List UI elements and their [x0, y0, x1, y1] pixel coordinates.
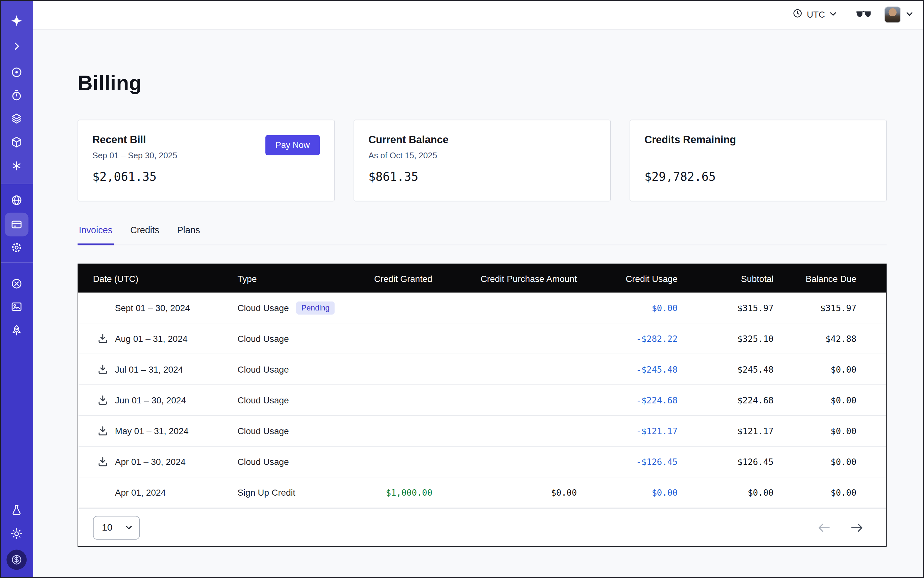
logo-icon [0, 15, 33, 27]
sun-icon[interactable] [0, 528, 33, 539]
chevron-down-icon [829, 9, 837, 20]
invoice-date: May 01 – 31, 2024 [115, 426, 189, 436]
credit-purchase-value: $0.00 [432, 477, 577, 508]
subtotal-value: $315.97 [678, 292, 773, 323]
invoice-table: Date (UTC) Type Credit Granted Credit Pu… [78, 264, 887, 547]
card-subtitle [644, 150, 872, 161]
flask-icon[interactable] [0, 504, 33, 516]
card-title: Credits Remaining [644, 133, 736, 146]
balance-due-value: $0.00 [773, 477, 887, 508]
table-footer: 10 [78, 508, 886, 546]
prev-page-button[interactable] [817, 522, 830, 533]
credit-purchase-value [432, 446, 577, 477]
credit-usage-value: -$282.22 [577, 323, 678, 353]
topbar: UTC [33, 0, 924, 29]
subtotal-value: $325.10 [678, 323, 773, 353]
download-invoice-button[interactable] [96, 394, 109, 406]
gear-icon[interactable] [0, 242, 33, 253]
next-page-button[interactable] [851, 522, 864, 533]
invoice-date: Jul 01 – 31, 2024 [115, 364, 183, 374]
avatar[interactable] [884, 6, 901, 23]
subtotal-value: $224.68 [678, 385, 773, 415]
clock-icon [792, 8, 802, 21]
balance-due-value: $42.88 [773, 323, 887, 353]
invoice-date: Sept 01 – 30, 2024 [115, 303, 190, 313]
invoice-type: Cloud Usage [237, 426, 289, 436]
card-subtitle: As of Oct 15, 2025 [369, 150, 596, 161]
col-type: Type [222, 264, 341, 293]
invoice-type: Cloud Usage [237, 364, 289, 374]
credit-granted-value [341, 323, 432, 353]
main-content: Billing Recent Bill Pay Now Sep 01 – Sep… [33, 29, 924, 578]
timer-icon[interactable] [0, 89, 33, 101]
subtotal-value: $126.45 [678, 446, 773, 477]
download-invoice-button[interactable] [96, 456, 109, 468]
pending-badge: Pending [296, 301, 335, 314]
credit-granted-value [341, 446, 432, 477]
dollar-circle-icon[interactable] [6, 550, 27, 570]
credit-usage-value: -$224.68 [577, 385, 678, 415]
summary-cards: Recent Bill Pay Now Sep 01 – Sep 30, 202… [78, 120, 887, 201]
images-icon[interactable] [0, 301, 33, 313]
circle-x-icon[interactable] [0, 278, 33, 290]
credit-granted-value [341, 354, 432, 385]
asterisk-icon[interactable] [0, 160, 33, 172]
subtotal-value: $0.00 [678, 477, 773, 508]
tab-invoices[interactable]: Invoices [78, 225, 114, 245]
credit-granted-value: $1,000.00 [341, 477, 432, 508]
download-invoice-button[interactable] [96, 425, 109, 437]
card-title: Recent Bill [92, 133, 146, 146]
invoice-row: Apr 01, 2024 Sign Up Credit $1,000.00 $0… [78, 477, 886, 508]
download-invoice-button[interactable] [96, 363, 109, 375]
credit-usage-value: $0.00 [577, 477, 678, 508]
layers-icon[interactable] [0, 112, 33, 124]
invoice-row: Apr 01 – 30, 2024 Cloud Usage -$126.45 $… [78, 446, 886, 477]
glasses-icon[interactable] [856, 10, 871, 19]
expand-sidebar-icon[interactable] [0, 41, 33, 52]
col-credit-purchase: Credit Purchase Amount [432, 264, 577, 293]
current-balance-card: Current Balance As of Oct 15, 2025 $861.… [354, 120, 611, 201]
download-invoice-button[interactable] [96, 333, 109, 344]
col-credit-usage: Credit Usage [577, 264, 678, 293]
col-balance-due: Balance Due [773, 264, 887, 293]
sidebar-divider [0, 262, 33, 263]
credit-purchase-value [432, 385, 577, 415]
timezone-selector[interactable]: UTC [792, 8, 837, 21]
card-amount: $861.35 [369, 169, 596, 183]
credit-purchase-value [432, 354, 577, 385]
pay-now-button[interactable]: Pay Now [265, 135, 320, 155]
invoice-date: Jun 01 – 30, 2024 [115, 395, 186, 405]
card-amount: $2,061.35 [92, 169, 320, 183]
table-header: Date (UTC) Type Credit Granted Credit Pu… [78, 264, 886, 293]
credits-remaining-card: Credits Remaining $29,782.65 [630, 120, 887, 201]
radar-icon[interactable] [0, 66, 33, 78]
chevron-down-icon[interactable] [906, 9, 913, 20]
invoice-date: Apr 01, 2024 [115, 487, 166, 497]
sidebar-divider [0, 183, 33, 184]
balance-due-value: $0.00 [773, 354, 887, 385]
subtotal-value: $245.48 [678, 354, 773, 385]
page-size-select[interactable]: 10 [93, 516, 140, 539]
rocket-icon[interactable] [0, 325, 33, 336]
billing-card-icon[interactable] [0, 219, 33, 231]
credit-purchase-value [432, 292, 577, 323]
tab-credits[interactable]: Credits [129, 225, 161, 245]
col-subtotal: Subtotal [678, 264, 773, 293]
credit-granted-value [341, 385, 432, 415]
tab-plans[interactable]: Plans [176, 225, 201, 245]
invoice-row: May 01 – 31, 2024 Cloud Usage -$121.17 $… [78, 416, 886, 446]
credit-usage-value: $0.00 [577, 292, 678, 323]
invoice-row: Jun 01 – 30, 2024 Cloud Usage -$224.68 $… [78, 385, 886, 416]
recent-bill-card: Recent Bill Pay Now Sep 01 – Sep 30, 202… [78, 120, 335, 201]
pagination-arrows [817, 522, 864, 533]
download-slot [96, 302, 109, 314]
invoice-row: Aug 01 – 31, 2024 Cloud Usage -$282.22 $… [78, 323, 886, 354]
app-window: UTC Billing Recent Bill Pay Now Sep 01 –… [0, 0, 924, 578]
invoice-type: Cloud Usage [237, 456, 289, 466]
billing-tabs: Invoices Credits Plans [78, 225, 887, 245]
subtotal-value: $121.17 [678, 416, 773, 446]
col-credit-granted: Credit Granted [341, 264, 432, 293]
globe-icon[interactable] [0, 194, 33, 206]
cube-icon[interactable] [0, 136, 33, 148]
invoice-row: Jul 01 – 31, 2024 Cloud Usage -$245.48 $… [78, 354, 886, 385]
